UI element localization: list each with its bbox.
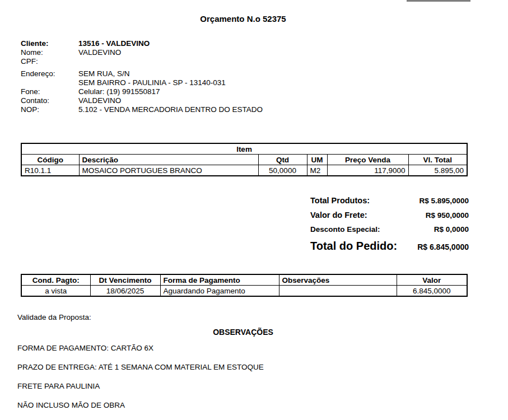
total-pedido-row: Total do Pedido: R$ 6.845,0000 [310,239,469,253]
total-produtos-label: Total Produtos: [310,196,370,205]
cell-descricao: MOSAICO PORTUGUES BRANCO [79,165,258,176]
client-label: CPF: [21,57,78,66]
client-info-block: Cliente: 13516 - VALDEVINO Nome: VALDEVI… [21,39,469,114]
item-table-group-header: Item [21,143,467,155]
col-header-qtd: Qtd [258,155,307,165]
client-row-endereco: Endereço: SEM RUA, S/N SEM BAIRRO - PAUL… [21,69,469,87]
client-value: 13516 - VALDEVINO [78,39,469,48]
client-label: Contato: [21,96,78,105]
cell-um: M2 [307,165,327,176]
client-row-nome: Nome: VALDEVINO [21,48,469,57]
desconto-especial-row: Desconto Especial: R$ 0,0000 [310,225,469,234]
payment-table-header-row: Cond. Pagto: Dt Vencimento Forma de Paga… [21,274,467,286]
cell-valor: 6.845,0000 [397,286,467,297]
validity-label: Validade da Proposta: [17,313,469,322]
cell-qtd: 50,0000 [258,165,307,176]
desconto-especial-value: R$ 0,0000 [434,225,469,234]
total-produtos-row: Total Produtos: R$ 5.895,0000 [310,196,469,206]
col-header-vl-total: Vl. Total [408,155,467,165]
item-table: Item Código Descrição Qtd UM Preço Venda… [21,143,468,176]
col-header-descricao: Descrição [79,155,258,165]
cell-dt-vencimento: 18/06/2025 [90,286,160,297]
total-pedido-value: R$ 6.845,0000 [417,242,469,251]
totals-block: Total Produtos: R$ 5.895,0000 Valor do F… [310,196,469,253]
client-row-cpf: CPF: [21,57,469,66]
client-row-contato: Contato: VALDEVINO [21,96,469,105]
document-page: Orçamento N.o 52375 Cliente: 13516 - VAL… [17,0,469,420]
client-value: Celular: (19) 991550817 [78,87,469,96]
observation-line: FRETE PARA PAULINIA [17,382,469,390]
valor-frete-row: Valor do Frete: R$ 950,0000 [310,211,469,220]
col-header-valor: Valor [397,274,467,286]
client-label: Fone: [21,87,78,96]
client-row-fone: Fone: Celular: (19) 991550817 [21,87,469,96]
client-value: 5.102 - VENDA MERCADORIA DENTRO DO ESTAD… [78,105,469,114]
client-row-cliente: Cliente: 13516 - VALDEVINO [21,39,469,48]
observation-line: FORMA DE PAGAMENTO: CARTÃO 6X [17,344,469,352]
valor-frete-label: Valor do Frete: [310,211,367,220]
client-label: Nome: [21,48,78,57]
cell-vl-total: 5.895,00 [408,165,467,176]
desconto-especial-label: Desconto Especial: [310,225,380,234]
client-label: Cliente: [21,39,78,48]
cell-preco-venda: 117,9000 [327,165,408,176]
col-header-cond-pagto: Cond. Pagto: [21,274,90,286]
observations-title: OBSERVAÇÕES [17,328,469,337]
client-value: VALDEVINO [78,96,469,105]
col-header-preco-venda: Preço Venda [327,155,408,165]
payment-table: Cond. Pagto: Dt Vencimento Forma de Paga… [21,274,468,297]
col-header-codigo: Código [21,155,79,165]
cell-cond-pagto: a vista [21,286,90,297]
page-title: Orçamento N.o 52375 [17,15,469,23]
item-table-group-header-row: Item [21,143,467,155]
observation-line: NÃO INCLUSO MÃO DE OBRA [17,402,469,409]
client-label: NOP: [21,105,78,114]
total-pedido-label: Total do Pedido: [310,239,397,253]
client-value [78,57,469,66]
total-produtos-value: R$ 5.895,0000 [419,197,469,206]
valor-frete-value: R$ 950,0000 [426,211,469,220]
item-table-header-row: Código Descrição Qtd UM Preço Venda Vl. … [21,155,467,165]
payment-table-row: a vista 18/06/2025 Aguardando Pagamento … [21,286,467,297]
col-header-observacoes: Observações [279,274,397,286]
address-line-1: SEM RUA, S/N [78,69,469,78]
col-header-forma-pagamento: Forma de Pagamento [160,274,279,286]
address-line-2: SEM BAIRRO - PAULINIA - SP - 13140-031 [78,78,469,87]
cell-codigo: R10.1.1 [21,165,79,176]
item-table-row: R10.1.1 MOSAICO PORTUGUES BRANCO 50,0000… [21,165,467,176]
client-value: VALDEVINO [78,48,469,57]
col-header-um: UM [307,155,327,165]
observation-line: PRAZO DE ENTREGA: ATÉ 1 SEMANA COM MATER… [17,363,469,371]
cell-observacoes [279,286,397,297]
client-label: Endereço: [21,69,78,87]
cell-forma-pagamento: Aguardando Pagamento [160,286,279,297]
client-value: SEM RUA, S/N SEM BAIRRO - PAULINIA - SP … [78,69,469,87]
client-row-nop: NOP: 5.102 - VENDA MERCADORIA DENTRO DO … [21,105,469,114]
col-header-dt-vencimento: Dt Vencimento [90,274,160,286]
